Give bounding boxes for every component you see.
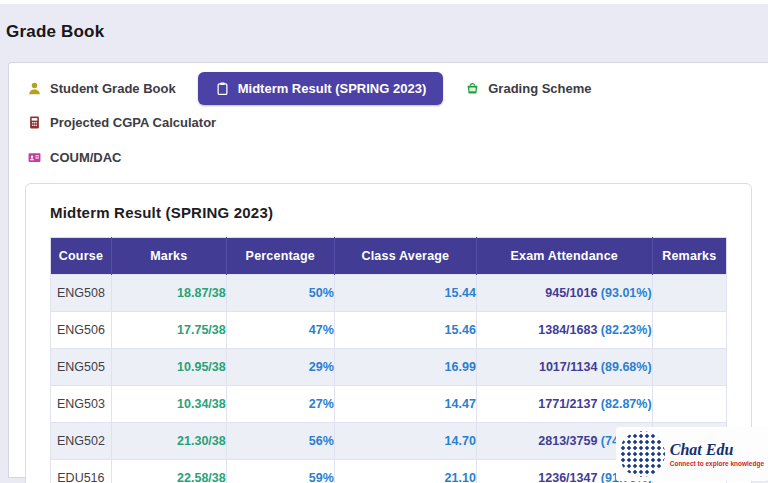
table-header-row: CourseMarksPercentageClass AverageExam A… xyxy=(51,238,727,275)
content-panel: Student Grade BookMidterm Result (SPRING… xyxy=(8,62,768,478)
marks-value: 21.30/38 xyxy=(177,434,226,448)
class-average-value: 14.47 xyxy=(445,397,476,411)
class-average-value: 15.44 xyxy=(445,286,476,300)
remarks-cell xyxy=(652,386,726,423)
tab-midterm-result-spring-2023[interactable]: Midterm Result (SPRING 2023) xyxy=(198,72,444,105)
id-card-icon xyxy=(27,150,42,165)
attendance-fraction: 945/1016 xyxy=(545,286,597,300)
class-average-cell: 15.44 xyxy=(334,275,476,312)
class-average-cell: 14.47 xyxy=(334,386,476,423)
table-row: ENG50818.87/3850%15.44945/1016 (93.01%) xyxy=(51,275,727,312)
tab-grading-scheme[interactable]: Grading Scheme xyxy=(461,73,595,104)
percentage-cell: 50% xyxy=(226,275,334,312)
exam-attendance-cell: 1017/1134 (89.68%) xyxy=(476,349,652,386)
attendance-percent: (89.68%) xyxy=(601,360,652,374)
card-heading: Midterm Result (SPRING 2023) xyxy=(50,204,727,221)
marks-value: 10.34/38 xyxy=(177,397,226,411)
attendance-percent: (82.87%) xyxy=(601,397,652,411)
percentage-value: 27% xyxy=(309,397,334,411)
attendance-percent: (93.01%) xyxy=(601,286,652,300)
tab-student-grade-book[interactable]: Student Grade Book xyxy=(23,73,180,104)
globe-icon xyxy=(619,431,665,477)
attendance-percent: (82.23%) xyxy=(601,323,652,337)
course-cell: ENG508 xyxy=(51,275,112,312)
user-icon xyxy=(27,81,42,96)
course-cell: ENG505 xyxy=(51,349,112,386)
column-header: Exam Attendance xyxy=(476,238,652,275)
tab-bar: Student Grade BookMidterm Result (SPRING… xyxy=(9,63,768,175)
marks-cell: 21.30/38 xyxy=(111,423,226,460)
class-average-cell: 14.70 xyxy=(334,423,476,460)
percentage-value: 59% xyxy=(309,471,334,483)
course-cell: ENG502 xyxy=(51,423,112,460)
course-cell: ENG506 xyxy=(51,312,112,349)
page-header: Grade Book xyxy=(0,4,768,60)
class-average-cell: 21.10 xyxy=(334,460,476,483)
attendance-fraction: 2813/3759 xyxy=(538,434,597,448)
clipboard-icon xyxy=(215,81,230,96)
percentage-value: 47% xyxy=(309,323,334,337)
tab-label: Student Grade Book xyxy=(50,81,176,96)
class-average-cell: 15.46 xyxy=(334,312,476,349)
percentage-cell: 56% xyxy=(226,423,334,460)
tab-label: Midterm Result (SPRING 2023) xyxy=(238,81,427,96)
attendance-fraction: 1771/2137 xyxy=(538,397,597,411)
attendance-fraction: 1236/1347 xyxy=(538,471,597,483)
tab-projected-cgpa-calculator[interactable]: Projected CGPA Calculator xyxy=(23,107,220,138)
class-average-value: 21.10 xyxy=(445,471,476,483)
marks-cell: 18.87/38 xyxy=(111,275,226,312)
exam-attendance-cell: 945/1016 (93.01%) xyxy=(476,275,652,312)
column-header: Marks xyxy=(111,238,226,275)
remarks-cell xyxy=(652,312,726,349)
attendance-fraction: 1384/1683 xyxy=(538,323,597,337)
class-average-value: 14.70 xyxy=(445,434,476,448)
exam-attendance-cell: 1384/1683 (82.23%) xyxy=(476,312,652,349)
marks-cell: 22.58/38 xyxy=(111,460,226,483)
percentage-value: 56% xyxy=(309,434,334,448)
attendance-fraction: 1017/1134 xyxy=(539,360,597,374)
remarks-cell xyxy=(652,349,726,386)
tab-coum-dac[interactable]: COUM/DAC xyxy=(23,142,126,173)
marks-value: 10.95/38 xyxy=(177,360,226,374)
table-row: ENG50617.75/3847%15.461384/1683 (82.23%) xyxy=(51,312,727,349)
watermark-brand: Chat Edu xyxy=(670,441,734,459)
percentage-cell: 29% xyxy=(226,349,334,386)
exam-attendance-cell: 1771/2137 (82.87%) xyxy=(476,386,652,423)
remarks-cell xyxy=(652,275,726,312)
class-average-value: 16.99 xyxy=(445,360,476,374)
class-average-value: 15.46 xyxy=(445,323,476,337)
marks-cell: 10.95/38 xyxy=(111,349,226,386)
percentage-cell: 27% xyxy=(226,386,334,423)
percentage-cell: 59% xyxy=(226,460,334,483)
column-header: Class Average xyxy=(334,238,476,275)
marks-cell: 10.34/38 xyxy=(111,386,226,423)
page-title: Grade Book xyxy=(6,22,104,42)
grade-book-icon xyxy=(465,81,480,96)
table-row: ENG50310.34/3827%14.471771/2137 (82.87%) xyxy=(51,386,727,423)
marks-value: 18.87/38 xyxy=(177,286,226,300)
course-cell: ENG503 xyxy=(51,386,112,423)
table-row: ENG50510.95/3829%16.991017/1134 (89.68%) xyxy=(51,349,727,386)
tab-label: COUM/DAC xyxy=(50,150,122,165)
percentage-value: 50% xyxy=(309,286,334,300)
course-cell: EDU516 xyxy=(51,460,112,483)
watermark-tagline: Connect to explore knowledge xyxy=(670,460,764,467)
marks-value: 22.58/38 xyxy=(177,471,226,483)
class-average-cell: 16.99 xyxy=(334,349,476,386)
chat-edu-watermark: Chat Edu Connect to explore knowledge xyxy=(616,427,768,481)
column-header: Remarks xyxy=(652,238,726,275)
percentage-value: 29% xyxy=(309,360,334,374)
marks-cell: 17.75/38 xyxy=(111,312,226,349)
tab-label: Projected CGPA Calculator xyxy=(50,115,216,130)
marks-value: 17.75/38 xyxy=(177,323,226,337)
column-header: Course xyxy=(51,238,112,275)
percentage-cell: 47% xyxy=(226,312,334,349)
column-header: Percentage xyxy=(226,238,334,275)
calculator-icon xyxy=(27,115,42,130)
tab-label: Grading Scheme xyxy=(488,81,591,96)
